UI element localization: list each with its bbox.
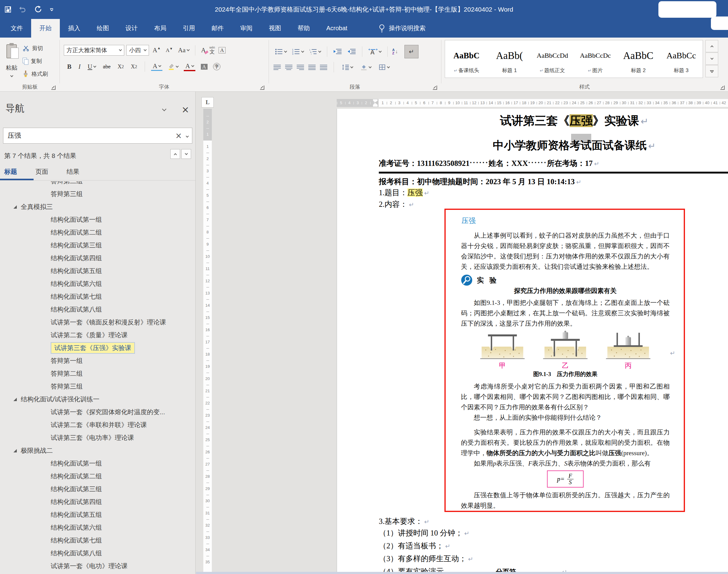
tab-文件[interactable]: 文件 [2, 19, 31, 38]
tab-引用[interactable]: 引用 [175, 19, 203, 38]
tab-插入[interactable]: 插入 [60, 19, 89, 38]
nav-item[interactable]: 结构化面试第一组 [0, 213, 195, 226]
paragraph-dialog-launcher[interactable] [433, 86, 437, 90]
font-color-button[interactable]: A [184, 62, 195, 71]
tab-绘图[interactable]: 绘图 [89, 19, 117, 38]
nav-item[interactable]: 答辩第二组 [0, 181, 195, 188]
nav-item[interactable]: 结构化面试第八组 [0, 303, 195, 316]
bullets-button[interactable] [273, 48, 288, 55]
tab-邮件[interactable]: 邮件 [203, 19, 232, 38]
style-item-标题 2[interactable]: AaBbC标题 2 [617, 40, 660, 78]
vertical-ruler[interactable]: 2112345678910111213141516171819202122232… [203, 109, 213, 574]
next-result-button[interactable] [181, 149, 191, 159]
borders-button[interactable] [377, 64, 391, 71]
nav-item[interactable]: 结构化面试第三组 [0, 239, 195, 252]
decrease-indent-button[interactable] [332, 48, 344, 55]
tab-审阅[interactable]: 审阅 [232, 19, 261, 38]
tab-开始[interactable]: 开始 [31, 19, 60, 38]
bold-button[interactable]: B [65, 63, 73, 71]
nav-tab-结果[interactable]: 结果 [66, 167, 79, 176]
expander-icon[interactable] [13, 449, 17, 452]
nav-item[interactable]: 结构化面试第六组 [0, 277, 195, 290]
clear-search-icon[interactable]: × [172, 132, 185, 139]
style-item-图片[interactable]: AaBbCcDc↵图片 [574, 40, 617, 78]
nav-item[interactable]: 结构化面试第三组 [0, 483, 195, 495]
nav-item[interactable]: 答辩第三组 [0, 380, 195, 393]
nav-item[interactable]: 结构化面试第四组 [0, 252, 195, 264]
align-center-button[interactable] [285, 65, 292, 70]
strikethrough-button[interactable]: abe [101, 63, 112, 70]
shading-button[interactable] [359, 64, 373, 71]
nav-item[interactable]: 试讲第一套《镜面反射和漫反射》理论课 [0, 316, 195, 329]
tab-stop-selector[interactable]: L [201, 97, 214, 108]
show-formatting-marks-toggle[interactable]: ↵ [404, 45, 418, 58]
text-highlight-button[interactable] [166, 63, 180, 71]
nav-item[interactable]: 结构化面试第一组 [0, 457, 195, 470]
nav-item[interactable]: 结构化面试第七组 [0, 534, 195, 547]
nav-item[interactable]: 答辩第二组 [0, 367, 195, 380]
styles-scroll-up-button[interactable] [706, 40, 718, 52]
font-name-combobox[interactable]: 方正大雅宋简体 [64, 45, 124, 55]
align-left-button[interactable] [273, 65, 281, 70]
clear-formatting-button[interactable]: A [199, 46, 207, 54]
grow-font-button[interactable]: A▲ [151, 46, 162, 54]
search-options-dropdown[interactable] [185, 133, 192, 138]
nav-item[interactable]: 试讲第一套《探究固体熔化时温度的变... [0, 406, 195, 418]
superscript-button[interactable]: X2 [129, 63, 139, 70]
font-dialog-launcher[interactable] [260, 86, 264, 90]
nav-item[interactable]: 结构化面试第四组 [0, 495, 195, 508]
nav-item[interactable]: 答辩第三组 [0, 188, 195, 200]
expander-icon[interactable] [13, 398, 17, 401]
search-input[interactable] [3, 132, 172, 139]
cut-button[interactable]: 剪切 [22, 44, 48, 53]
subscript-button[interactable]: X2 [116, 63, 126, 70]
italic-button[interactable]: I [77, 63, 82, 71]
styles-gallery-more-button[interactable] [706, 65, 718, 77]
previous-result-button[interactable] [170, 149, 180, 159]
nav-item[interactable]: 试讲第三套《压强》实验课 [0, 341, 195, 354]
multilevel-list-button[interactable]: 1ai [308, 48, 322, 55]
tab-布局[interactable]: 布局 [146, 19, 175, 38]
format-painter-button[interactable]: 格式刷 [22, 69, 48, 79]
nav-item[interactable]: 结构化面试第二组 [0, 226, 195, 239]
phonetic-guide-button[interactable]: wén文 [210, 46, 215, 54]
change-case-button[interactable]: Aa [176, 46, 191, 54]
nav-item[interactable]: 试讲第二套《串联和并联》理论课 [0, 418, 195, 431]
character-border-button[interactable]: A [217, 46, 227, 54]
line-spacing-button[interactable] [340, 64, 354, 71]
style-item-标题 3[interactable]: AaBbCc标题 3 [659, 40, 703, 78]
clipboard-dialog-launcher[interactable] [51, 86, 55, 90]
font-size-combobox[interactable]: 小四 [126, 45, 149, 55]
nav-item[interactable]: 结构化面试第八组 [0, 547, 195, 560]
close-icon[interactable]: × [182, 105, 189, 114]
style-item-标题 1[interactable]: AaBb(标题 1 [488, 40, 531, 78]
increase-indent-button[interactable] [346, 48, 357, 55]
tab-帮助[interactable]: 帮助 [289, 19, 318, 38]
numbering-button[interactable]: 123 [290, 48, 305, 55]
justify-button[interactable] [308, 65, 316, 70]
text-effects-button[interactable]: A [151, 62, 163, 71]
underline-button[interactable]: U [86, 63, 97, 71]
nav-item[interactable]: 结构化面试第五组 [0, 508, 195, 521]
expander-icon[interactable] [13, 205, 17, 209]
shrink-font-button[interactable]: A▼ [164, 47, 174, 53]
tab-Acrobat[interactable]: Acrobat [318, 19, 356, 38]
nav-item[interactable]: 结构化面试第七组 [0, 290, 195, 303]
pane-options-chevron-icon[interactable] [162, 107, 166, 111]
tab-设计[interactable]: 设计 [117, 19, 146, 38]
distribute-button[interactable] [320, 65, 327, 70]
character-shading-button[interactable]: A [199, 63, 209, 70]
nav-tab-页面[interactable]: 页面 [35, 167, 48, 176]
nav-item[interactable]: 答辩第一组 [0, 354, 195, 367]
nav-item[interactable]: 结构化面试/试讲强化训练一 [0, 393, 195, 406]
sort-button[interactable]: AZ↓ [392, 48, 398, 55]
style-item-备课纸头[interactable]: AaBbC↵备课纸头 [445, 40, 488, 78]
styles-scroll-down-button[interactable] [706, 52, 718, 65]
tell-me-assistant[interactable]: 操作说明搜索 [378, 19, 425, 38]
styles-dialog-launcher[interactable] [720, 86, 725, 90]
paste-button[interactable]: 粘贴 [2, 42, 21, 80]
enclose-characters-button[interactable]: 字 [213, 63, 220, 70]
style-item-题纸正文[interactable]: AaBbCcDd↵题纸正文 [531, 40, 574, 78]
document-page[interactable]: 试讲第三套《压强》实验课↵ 中小学教师资格考试面试备课纸↵ 准考证号：13111… [337, 109, 728, 574]
nav-item[interactable]: 结构化面试第五组 [0, 264, 195, 277]
